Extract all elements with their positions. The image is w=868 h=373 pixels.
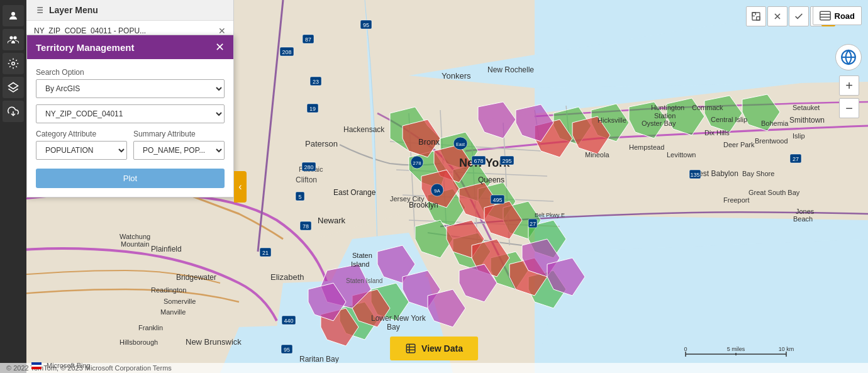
clear-tool-button[interactable] bbox=[767, 6, 787, 26]
svg-text:New Brunswick: New Brunswick bbox=[186, 337, 242, 347]
svg-text:95: 95 bbox=[284, 347, 290, 353]
zoom-controls: + − bbox=[839, 75, 859, 118]
layer-header-title: Layer Menu bbox=[49, 5, 98, 15]
svg-text:280: 280 bbox=[304, 164, 313, 170]
zoom-out-button[interactable]: − bbox=[839, 98, 859, 118]
svg-text:Somerville: Somerville bbox=[164, 298, 196, 305]
svg-text:Mineola: Mineola bbox=[585, 151, 609, 159]
svg-text:Clifton: Clifton bbox=[296, 175, 317, 184]
collapse-arrow-icon: ‹ bbox=[238, 181, 242, 192]
svg-text:Beach: Beach bbox=[793, 215, 813, 223]
svg-text:Brentwood: Brentwood bbox=[755, 137, 788, 145]
svg-text:Commack: Commack bbox=[692, 104, 723, 111]
summary-attribute-select[interactable]: PO_NAME, POP... PO_NAME POPULATION bbox=[133, 141, 225, 160]
svg-text:Raritan Bay: Raritan Bay bbox=[299, 355, 339, 364]
svg-text:Hackensack: Hackensack bbox=[343, 125, 385, 134]
summary-attribute-label: Summary Attribute bbox=[133, 130, 225, 138]
svg-text:Mountain: Mountain bbox=[121, 240, 149, 248]
svg-text:5 miles: 5 miles bbox=[727, 346, 745, 352]
svg-text:East Orange: East Orange bbox=[333, 188, 376, 197]
svg-text:Paterson: Paterson bbox=[305, 139, 338, 148]
sidebar-people-icon[interactable] bbox=[3, 29, 24, 50]
svg-text:87: 87 bbox=[305, 36, 311, 43]
road-icon bbox=[820, 10, 831, 21]
svg-text:Staten Island: Staten Island bbox=[346, 277, 382, 284]
svg-point-162 bbox=[9, 36, 13, 39]
territory-panel: Territory Management ✕ Search Option By … bbox=[26, 35, 234, 198]
attribute-row: Category Attribute POPULATION AREA ZIP_C… bbox=[36, 130, 225, 160]
svg-text:Watchung: Watchung bbox=[120, 233, 150, 240]
sidebar-user-icon[interactable] bbox=[3, 5, 24, 26]
svg-text:23: 23 bbox=[313, 79, 319, 85]
svg-text:Hempstead: Hempstead bbox=[629, 143, 664, 151]
svg-text:Plainfield: Plainfield bbox=[151, 245, 182, 253]
territory-body: Search Option By ArcGIS By Location By A… bbox=[27, 59, 233, 197]
search-option-label: Search Option bbox=[36, 68, 225, 77]
bing-flag-icon bbox=[31, 362, 42, 369]
svg-text:Bohemia: Bohemia bbox=[761, 120, 789, 127]
sidebar-download-icon[interactable] bbox=[3, 101, 24, 122]
svg-text:Oyster Bay: Oyster Bay bbox=[642, 120, 676, 127]
sidebar-settings-icon[interactable] bbox=[3, 53, 24, 74]
globe-button[interactable] bbox=[835, 44, 862, 70]
sidebar-layers-icon[interactable] bbox=[3, 77, 24, 98]
svg-text:Station: Station bbox=[654, 112, 676, 120]
svg-text:208: 208 bbox=[282, 49, 291, 55]
svg-text:Manville: Manville bbox=[160, 308, 186, 316]
bing-logo: Microsoft Bing bbox=[31, 362, 91, 369]
svg-text:Bay Shore: Bay Shore bbox=[742, 170, 774, 177]
svg-text:135: 135 bbox=[690, 172, 699, 178]
svg-text:Readington: Readington bbox=[151, 286, 186, 294]
svg-text:95: 95 bbox=[363, 22, 369, 28]
svg-text:440: 440 bbox=[284, 318, 293, 324]
svg-text:Levittown: Levittown bbox=[667, 151, 696, 159]
svg-text:5: 5 bbox=[298, 194, 301, 200]
svg-text:Lower New York: Lower New York bbox=[371, 314, 426, 323]
svg-text:27: 27 bbox=[530, 221, 536, 227]
category-attribute-select[interactable]: POPULATION AREA ZIP_CODE bbox=[36, 141, 127, 160]
globe-icon bbox=[840, 49, 857, 65]
svg-text:Bronx: Bronx bbox=[418, 137, 440, 147]
svg-text:Island: Island bbox=[351, 260, 369, 268]
svg-text:278: 278 bbox=[413, 160, 421, 166]
plot-button[interactable]: Plot bbox=[36, 169, 225, 188]
svg-point-164 bbox=[12, 62, 15, 65]
svg-text:21: 21 bbox=[262, 250, 269, 256]
road-label: Road bbox=[835, 11, 855, 21]
svg-text:Elizabeth: Elizabeth bbox=[270, 272, 304, 282]
search-option-select[interactable]: By ArcGIS By Location By Address bbox=[36, 79, 225, 98]
road-view-button[interactable]: Road bbox=[813, 6, 862, 25]
select-tool-button[interactable] bbox=[746, 6, 766, 26]
category-attribute-label: Category Attribute bbox=[36, 130, 127, 138]
svg-text:Queens: Queens bbox=[478, 175, 504, 184]
check-tool-button[interactable] bbox=[789, 6, 809, 26]
svg-text:Setauket: Setauket bbox=[793, 104, 820, 111]
svg-point-163 bbox=[13, 36, 16, 39]
svg-text:678: 678 bbox=[474, 158, 483, 164]
territory-header: Territory Management ✕ bbox=[27, 35, 233, 59]
svg-text:Islip: Islip bbox=[793, 132, 805, 140]
svg-text:Deer Park: Deer Park bbox=[723, 141, 755, 148]
svg-text:Jersey City: Jersey City bbox=[390, 195, 425, 203]
svg-text:295: 295 bbox=[502, 158, 511, 164]
svg-text:Staten: Staten bbox=[352, 252, 372, 259]
svg-text:10 km: 10 km bbox=[779, 346, 794, 352]
svg-text:New Rochelle: New Rochelle bbox=[487, 65, 534, 74]
bing-label: Microsoft Bing bbox=[47, 362, 91, 369]
svg-text:9A: 9A bbox=[434, 188, 440, 194]
zoom-in-button[interactable]: + bbox=[839, 75, 859, 96]
svg-text:Freeport: Freeport bbox=[723, 196, 750, 204]
view-data-icon bbox=[405, 343, 416, 354]
svg-text:Bridgewater: Bridgewater bbox=[176, 273, 216, 282]
svg-marker-165 bbox=[9, 83, 18, 89]
view-data-button[interactable]: View Data bbox=[390, 337, 478, 360]
svg-text:Hicksville: Hicksville bbox=[598, 116, 626, 124]
svg-rect-181 bbox=[406, 344, 415, 353]
svg-marker-18 bbox=[535, 239, 868, 373]
collapse-panel-button[interactable]: ‹ bbox=[234, 171, 247, 203]
layer-select[interactable]: NY_ZIP_CODE_04011 bbox=[36, 104, 225, 123]
layer-item-label: NY_ZIP_CODE_04011 - POPU... bbox=[34, 26, 146, 35]
svg-point-161 bbox=[11, 12, 15, 16]
svg-text:Dix Hills: Dix Hills bbox=[704, 129, 730, 136]
territory-close-button[interactable]: ✕ bbox=[215, 42, 225, 53]
